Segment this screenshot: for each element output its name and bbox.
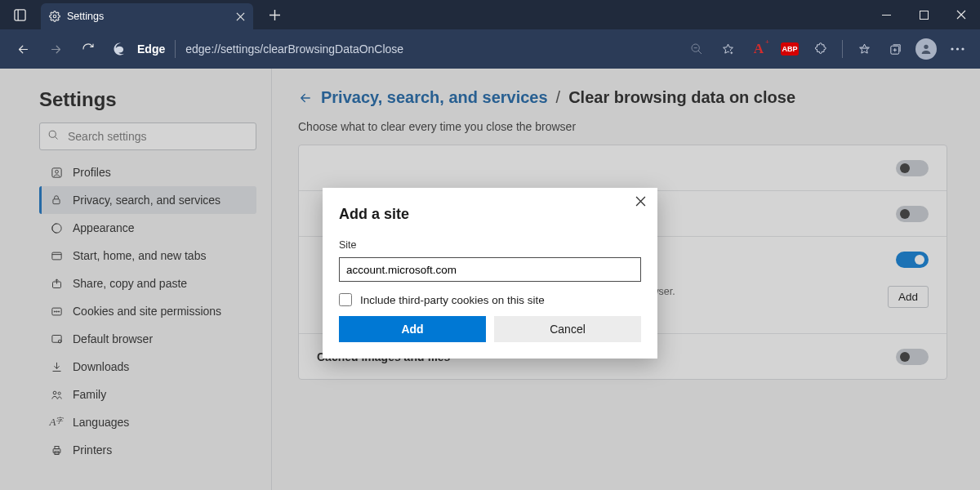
puzzle-icon (814, 42, 828, 56)
star-icon (858, 42, 871, 56)
tab-actions-button[interactable] (7, 0, 33, 29)
back-button[interactable] (8, 34, 38, 64)
avatar-icon (915, 38, 937, 60)
reload-button[interactable] (74, 34, 103, 64)
abp-badge: ABP (781, 42, 799, 56)
modal-cancel-button[interactable]: Cancel (494, 316, 641, 342)
reload-icon (82, 42, 95, 56)
svg-point-10 (924, 45, 928, 49)
site-field-label: Site (339, 239, 641, 251)
font-tool-icon: A (754, 41, 764, 57)
svg-point-11 (951, 47, 953, 50)
zoom-out-button[interactable] (682, 34, 711, 64)
site-input[interactable] (339, 257, 641, 282)
toolbar-separator (842, 40, 843, 58)
svg-point-12 (956, 47, 958, 50)
third-party-checkbox-row[interactable]: Include third-party cookies on this site (339, 293, 641, 306)
forward-button[interactable] (41, 34, 70, 64)
address-separator (175, 40, 176, 58)
window-close-button[interactable] (942, 0, 980, 29)
extensions-button[interactable] (806, 34, 835, 64)
collections-icon (889, 42, 902, 56)
new-tab-button[interactable] (260, 10, 289, 20)
svg-rect-4 (920, 11, 928, 19)
edge-logo-icon (113, 42, 127, 56)
modal-add-button[interactable]: Add (339, 316, 486, 342)
window-titlebar: Settings (0, 0, 980, 29)
favorites-button[interactable] (849, 34, 879, 64)
close-tab-icon[interactable] (236, 12, 245, 21)
more-button[interactable] (942, 34, 972, 64)
favorites-add-button[interactable] (713, 34, 742, 64)
close-icon (635, 196, 646, 207)
tab-title: Settings (67, 11, 104, 22)
browser-toolbar: Edge edge://settings/clearBrowsingDataOn… (0, 29, 980, 69)
maximize-icon (920, 11, 929, 20)
modal-title: Add a site (339, 206, 641, 223)
tab-actions-icon (14, 9, 26, 21)
zoom-out-icon (690, 42, 703, 56)
svg-point-2 (53, 15, 56, 18)
window-maximize-button[interactable] (905, 0, 942, 29)
add-site-modal: Add a site Site Include third-party cook… (323, 188, 657, 359)
svg-rect-0 (14, 9, 24, 20)
minimize-icon (882, 11, 891, 20)
plus-icon (270, 10, 280, 20)
checkbox-label: Include third-party cookies on this site (360, 294, 545, 306)
gear-icon (49, 11, 60, 22)
third-party-checkbox[interactable] (339, 293, 352, 306)
profile-button[interactable] (911, 34, 941, 64)
svg-point-13 (961, 47, 964, 50)
more-icon (951, 47, 964, 51)
forward-icon (49, 42, 63, 56)
browser-tab[interactable]: Settings (41, 3, 253, 29)
window-minimize-button[interactable] (867, 0, 905, 29)
collections-button[interactable] (880, 34, 910, 64)
close-icon (956, 10, 966, 20)
star-plus-icon (721, 42, 735, 56)
back-icon (16, 42, 30, 56)
address-url[interactable]: edge://settings/clearBrowsingDataOnClose (185, 42, 403, 56)
modal-close-button[interactable] (635, 196, 646, 207)
font-tool-button[interactable]: A (744, 34, 773, 64)
address-brand: Edge (137, 42, 165, 56)
svg-line-6 (698, 51, 702, 54)
modal-overlay: Add a site Site Include third-party cook… (0, 69, 980, 490)
adblock-button[interactable]: ABP (775, 34, 804, 64)
